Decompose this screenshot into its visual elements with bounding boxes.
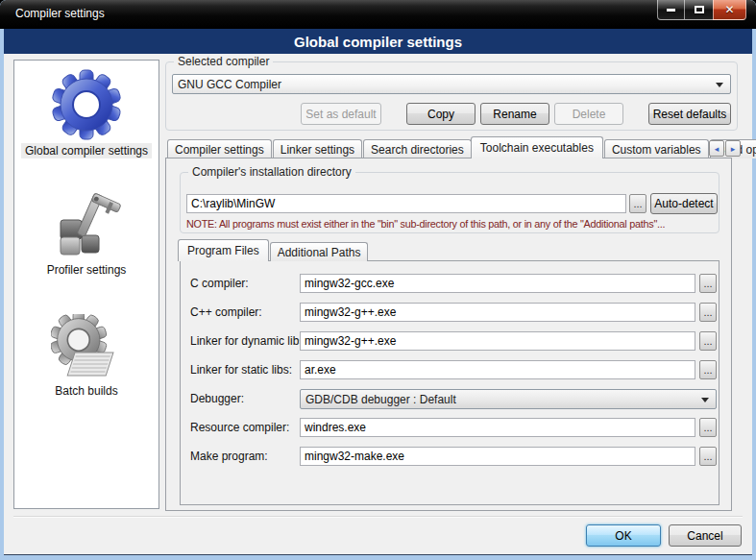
cpp-compiler-label: C++ compiler: [190,305,262,319]
dialog-header: Global compiler settings [4,29,752,54]
dialog-content: Global compiler settings [4,54,752,554]
ok-button[interactable]: OK [586,524,661,547]
tab-scroll-left-button[interactable]: ◂ [709,140,724,157]
resource-compiler-input[interactable] [300,418,695,437]
subtab-program-files[interactable]: Program Files [178,239,269,261]
linker-static-input[interactable] [300,360,695,379]
resource-compiler-label: Resource compiler: [190,421,289,434]
sidebar-item-profiler-settings[interactable]: Profiler settings [43,187,131,278]
tab-custom-variables[interactable]: Custom variables [604,139,709,158]
settings-tabs: Compiler settings Linker settings Search… [167,136,756,158]
linker-dynamic-input[interactable] [300,331,695,351]
debugger-select-value: GDB/CDB debugger : Default [305,393,456,406]
sidebar-item-label: Batch builds [51,383,121,399]
compiler-settings-dialog: Compiler settings ✕ Global compiler sett… [0,0,756,560]
cpp-compiler-browse-button[interactable]: ... [699,303,717,322]
close-icon: ✕ [724,4,734,15]
linker-dynamic-browse-button[interactable]: ... [699,331,717,351]
selected-compiler-group: Selected compiler GNU GCC Compiler Set a… [165,61,738,131]
tab-toolchain-executables[interactable]: Toolchain executables [471,136,603,158]
copy-button[interactable]: Copy [406,103,476,125]
sidebar-item-global-compiler-settings[interactable]: Global compiler settings [21,66,152,158]
arrow-left-icon: ◂ [715,144,719,154]
c-compiler-label: C compiler: [190,277,249,290]
installation-directory-group: Compiler's installation directory ... Au… [180,172,719,233]
cpp-compiler-input[interactable] [300,303,695,322]
sidebar-item-label: Profiler settings [43,262,131,278]
debugger-label: Debugger: [190,392,244,405]
rename-button[interactable]: Rename [480,103,549,125]
tab-compiler-settings[interactable]: Compiler settings [167,139,272,158]
installation-note: NOTE: All programs must exist either in … [186,218,665,230]
close-button[interactable]: ✕ [713,0,746,20]
c-compiler-browse-button[interactable]: ... [699,274,717,293]
program-files-panel: C compiler: ... C++ compiler: ... Linker… [180,260,719,505]
subtab-additional-paths[interactable]: Additional Paths [270,242,369,261]
window-title: Compiler settings [15,7,105,20]
maximize-button[interactable] [685,0,713,20]
page-title: Global compiler settings [294,34,462,50]
resource-compiler-browse-button[interactable]: ... [699,418,717,437]
c-compiler-input[interactable] [300,274,695,293]
compiler-select[interactable]: GNU GCC Compiler [172,74,731,94]
tab-linker-settings[interactable]: Linker settings [273,139,362,158]
tab-scroll-right-button[interactable]: ▸ [725,140,741,157]
linker-dynamic-label: Linker for dynamic libs: [190,334,308,348]
auto-detect-button[interactable]: Auto-detect [650,193,718,214]
settings-sidebar: Global compiler settings [13,60,159,509]
blue-gear-icon [48,66,125,143]
minimize-button[interactable] [657,0,685,20]
tab-scroll-buttons: ◂ ▸ [708,140,741,157]
compiler-select-value: GNU GCC Compiler [178,78,281,91]
linker-static-browse-button[interactable]: ... [699,360,717,379]
program-subtabs: Program Files Additional Paths [180,241,369,261]
sidebar-item-label: Global compiler settings [21,143,152,158]
linker-static-label: Linker for static libs: [190,363,292,377]
browse-directory-button[interactable]: ... [629,194,646,213]
debugger-select[interactable]: GDB/CDB debugger : Default [300,389,717,409]
cancel-button[interactable]: Cancel [669,524,742,547]
make-program-input[interactable] [300,447,695,466]
delete-button[interactable]: Delete [554,103,623,125]
make-program-browse-button[interactable]: ... [699,447,717,466]
gray-gear-stack-icon [51,314,122,383]
tab-search-directories[interactable]: Search directories [363,139,472,158]
arrow-right-icon: ▸ [731,144,736,154]
group-label: Compiler's installation directory [188,165,355,179]
set-as-default-button[interactable]: Set as default [301,103,381,125]
sidebar-item-batch-builds[interactable]: Batch builds [51,314,122,399]
group-label: Selected compiler [174,55,273,68]
chevron-down-icon [701,398,709,402]
minimize-icon [667,9,675,12]
make-program-label: Make program: [190,450,268,463]
footer-divider [13,516,743,517]
chevron-down-icon [716,83,723,87]
maximize-icon [695,6,704,13]
reset-defaults-button[interactable]: Reset defaults [648,103,731,125]
toolchain-executables-panel: Compiler's installation directory ... Au… [165,158,732,511]
caption-buttons: ✕ [657,0,746,20]
caliper-icon [49,187,124,262]
installation-directory-input[interactable] [186,194,626,213]
titlebar[interactable]: Compiler settings ✕ [0,0,756,29]
